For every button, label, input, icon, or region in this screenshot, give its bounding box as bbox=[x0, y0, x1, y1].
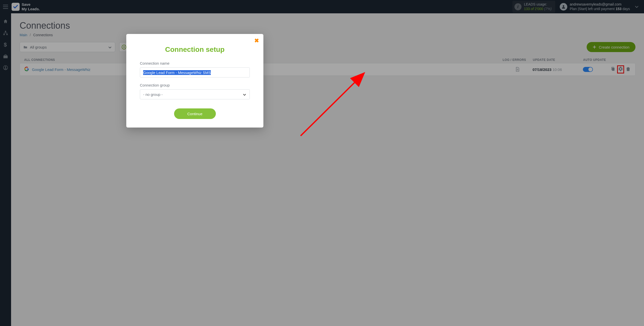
modal-backdrop[interactable] bbox=[0, 0, 644, 326]
connection-group-label: Connection group bbox=[140, 83, 250, 87]
connection-name-label: Connection name bbox=[140, 61, 250, 65]
modal-close-button[interactable]: ✖ bbox=[254, 37, 259, 44]
connection-group-value: - no group - bbox=[143, 92, 163, 97]
connection-setup-modal: ✖ Connection setup Connection name Googl… bbox=[126, 34, 263, 128]
chevron-down-icon bbox=[243, 92, 246, 97]
continue-label: Continue bbox=[187, 112, 202, 116]
continue-button[interactable]: Continue bbox=[174, 108, 216, 119]
connection-name-input[interactable]: Google Lead Form - MessageWhiz SMS bbox=[140, 67, 250, 77]
modal-title: Connection setup bbox=[140, 46, 250, 54]
connection-name-value: Google Lead Form - MessageWhiz SMS bbox=[143, 70, 211, 75]
close-icon: ✖ bbox=[254, 37, 259, 44]
connection-group-select[interactable]: - no group - bbox=[140, 89, 250, 99]
